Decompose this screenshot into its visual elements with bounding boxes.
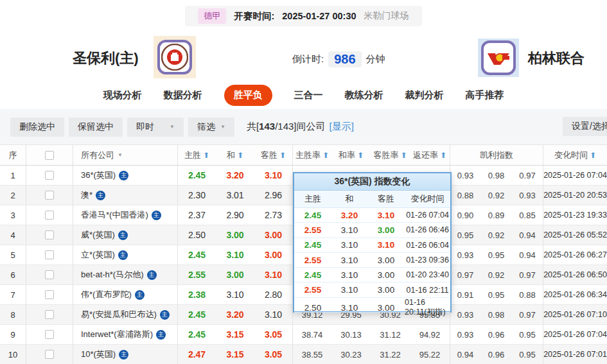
draw-odds: 3.15 [216, 345, 254, 364]
company-cell[interactable]: 伟*(直布罗陀)主 [73, 285, 177, 304]
delete-selected-button[interactable]: 删除选中 [10, 117, 64, 137]
away-team-name: 柏林联合 [528, 49, 585, 68]
header-draw-rate[interactable]: 和率⬆ [331, 145, 371, 165]
home-odds: 2.37 [177, 205, 216, 225]
settings-select-button[interactable]: 设置/选择 [563, 117, 607, 136]
company-cell[interactable]: 易*(安提瓜和巴布达)主 [73, 305, 177, 324]
header-away-odds[interactable]: 客胜⬆ [254, 145, 292, 165]
home-team-logo [154, 36, 196, 78]
row-checkbox[interactable] [45, 250, 54, 259]
company-cell[interactable]: 10*(英国)主 [73, 345, 177, 364]
rate-cell: 30.23 [331, 345, 371, 364]
sort-asc-icon: ⬆ [357, 151, 364, 160]
keep-selected-button[interactable]: 保留选中 [69, 117, 123, 137]
header-return-rate[interactable]: 返还率⬆ [410, 145, 450, 165]
company-cell[interactable]: 香港马*(中国香港)主 [73, 205, 177, 225]
popup-row: 2.453.103.0001-20 23:40 [294, 268, 450, 282]
away-odds: 3.10 [254, 305, 292, 324]
company-cell[interactable]: 威*(英国)主 [73, 225, 177, 245]
header-draw-odds[interactable]: 和⬆ [216, 145, 254, 165]
kelly-cell: 0.88 [512, 285, 543, 304]
company-cell[interactable]: Interwet*(塞浦路斯)主 [73, 325, 177, 344]
header-away-rate[interactable]: 客胜率⬆ [371, 145, 410, 165]
row-checkbox[interactable] [45, 290, 54, 299]
row-checkbox[interactable] [45, 171, 54, 180]
kelly-cell: 0.97 [512, 166, 543, 185]
popup-home-odds: 2.50 [294, 298, 331, 318]
header-home-odds[interactable]: 主胜⬆ [177, 145, 216, 165]
away-odds: 3.05 [254, 345, 292, 364]
rate-cell: 95.22 [410, 345, 450, 364]
header-home-rate[interactable]: 主胜率⬆ [292, 145, 331, 165]
kelly-cell: 0.94 [450, 345, 480, 364]
company-name: bet-at-h*(马尔他) [81, 269, 144, 281]
countdown: 倒计时: 986 分钟 [292, 51, 385, 67]
caret-down-icon: ▼ [220, 124, 225, 130]
header-draw-label: 和 [227, 150, 235, 161]
kelly-cell: 0.92 [480, 186, 512, 205]
home-badge-icon: 主 [152, 211, 161, 220]
instant-dropdown[interactable]: 即时 ▼ [127, 117, 184, 137]
show-link[interactable]: [显示] [330, 121, 354, 132]
change-time-cell: 2025-01-26 07:04 [543, 325, 607, 344]
select-all-checkbox[interactable] [45, 151, 54, 160]
company-cell[interactable]: bet-at-h*(马尔他)主 [73, 265, 177, 284]
company-cell[interactable]: 36*(英国)主 [73, 166, 177, 185]
row-checkbox-cell [26, 265, 73, 284]
header-company[interactable]: 所有公司▼ [73, 145, 177, 165]
popup-row: 2.503.103.0001-16 20:11(初指) [294, 298, 450, 313]
popup-change-time: 01-26 06:04 [405, 238, 450, 252]
kelly-cell: 0.95 [480, 245, 512, 264]
tab-three-in-one[interactable]: 三合一 [294, 89, 323, 101]
row-checkbox[interactable] [45, 310, 54, 319]
header-company-label: 所有公司 [81, 150, 114, 161]
tab-live-analysis[interactable]: 现场分析 [103, 89, 142, 101]
popup-draw-odds: 3.10 [331, 268, 367, 282]
company-name: 威*(英国) [81, 229, 115, 241]
draw-odds: 2.90 [216, 205, 254, 225]
company-name: 36*(英国) [81, 169, 116, 181]
header-away-label: 客胜 [261, 150, 277, 161]
rate-cell: 38.74 [292, 325, 331, 344]
row-checkbox[interactable] [45, 330, 54, 339]
home-odds: 2.55 [177, 265, 216, 284]
popup-header-draw: 和 [331, 191, 367, 207]
draw-odds: 3.10 [216, 245, 254, 264]
home-odds: 2.38 [177, 285, 216, 304]
rate-cell: 30.13 [331, 325, 371, 344]
tab-win-draw-lose[interactable]: 胜平负 [224, 85, 272, 106]
kelly-cell: 0.97 [450, 265, 480, 284]
league-badge: 德甲 [198, 8, 226, 24]
popup-away-odds: 3.10 [367, 208, 405, 222]
popup-away-odds: 3.00 [367, 298, 405, 318]
header-return-rate-label: 返还率 [413, 150, 438, 161]
tab-coach-analysis[interactable]: 教练分析 [345, 89, 383, 101]
row-checkbox[interactable] [45, 270, 54, 279]
home-badge-icon: 主 [119, 171, 128, 180]
header-checkbox-cell [26, 145, 73, 165]
row-checkbox[interactable] [45, 191, 54, 200]
home-badge-icon: 主 [96, 191, 105, 200]
kelly-cell: 0.94 [512, 245, 543, 264]
sort-asc-icon: ⬆ [322, 151, 329, 160]
sort-asc-icon: ⬆ [237, 151, 243, 160]
home-badge-icon: 主 [135, 290, 145, 300]
venue-name: 米勒门球场 [364, 10, 409, 22]
header-kelly: 凯利指数 [450, 145, 543, 165]
company-cell[interactable]: 澳*主 [73, 186, 177, 205]
header-change-time[interactable]: 变化时间⬆ [543, 145, 607, 165]
company-cell[interactable]: 立*(英国)主 [73, 245, 177, 264]
home-odds: 2.30 [177, 186, 216, 205]
tab-referee-analysis[interactable]: 裁判分析 [405, 89, 444, 101]
row-checkbox[interactable] [45, 211, 54, 220]
tab-expert-recommend[interactable]: 高手推荐 [466, 89, 504, 101]
filter-dropdown[interactable]: 筛选 ▼ [188, 117, 234, 137]
tab-data-analysis[interactable]: 数据分析 [164, 89, 202, 101]
row-checkbox[interactable] [45, 350, 54, 359]
change-time-cell: 2025-01-26 07:04 [543, 166, 607, 185]
draw-odds: 3.20 [216, 305, 254, 324]
rate-cell: 94.92 [410, 325, 450, 344]
home-badge-icon: 主 [119, 350, 128, 360]
row-checkbox[interactable] [45, 230, 54, 239]
count-total: 143 [277, 121, 294, 132]
